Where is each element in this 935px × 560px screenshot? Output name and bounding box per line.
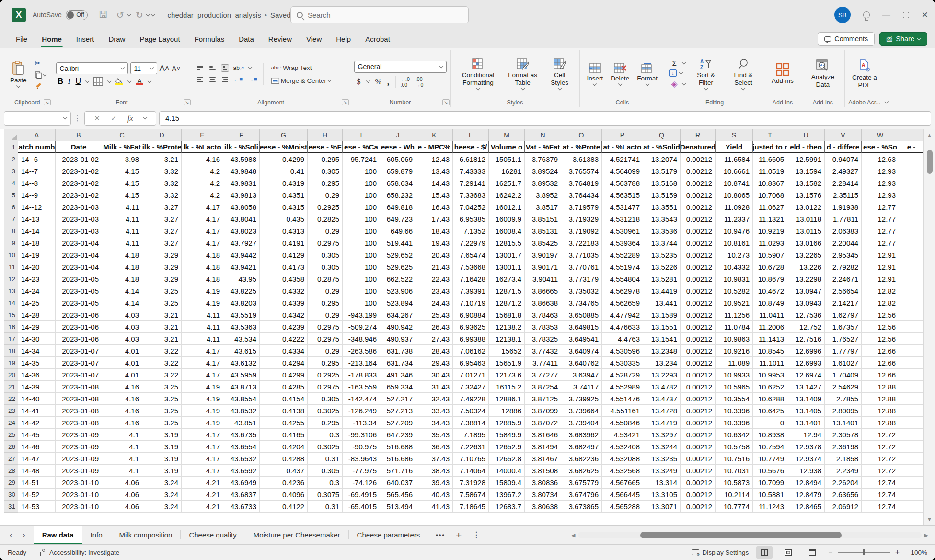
cell[interactable]: 527.217 <box>380 393 416 405</box>
cell[interactable]: 12138.2 <box>489 321 525 333</box>
cell[interactable]: 4.17 <box>182 441 223 453</box>
cell[interactable]: 3.27 <box>142 225 182 237</box>
cell[interactable]: 10.5758 <box>716 441 753 453</box>
cell[interactable]: 10.6728 <box>753 261 787 273</box>
cell[interactable]: 36.43 <box>416 441 453 453</box>
row-header[interactable]: 28 <box>4 465 18 477</box>
cell[interactable]: 14--8 <box>18 177 56 189</box>
cell[interactable]: 14-18 <box>18 237 56 249</box>
cell[interactable]: 2.14217 <box>825 297 862 309</box>
cell[interactable]: 0.305 <box>308 393 343 405</box>
cell[interactable]: 3.8952 <box>525 189 561 201</box>
decrease-font-icon[interactable]: A˅ <box>172 65 181 72</box>
cell[interactable]: 4.14 <box>102 297 142 309</box>
cell[interactable]: 3.80734 <box>525 489 561 501</box>
cell[interactable]: 0.4313 <box>260 225 308 237</box>
cell[interactable]: 0.437 <box>260 465 308 477</box>
font-dialog-launcher-icon[interactable]: ↘ <box>184 99 190 105</box>
cell[interactable]: 7.16428 <box>453 273 489 285</box>
cell[interactable]: 3.640762 <box>561 357 602 369</box>
cell[interactable]: 0.3025 <box>308 405 343 417</box>
cell[interactable]: 43.5988 <box>223 153 260 165</box>
cell[interactable]: 4.2 <box>182 189 223 201</box>
cell[interactable]: 0.4173 <box>260 261 308 273</box>
cell[interactable]: 13.0118 <box>787 213 825 225</box>
cell[interactable]: 0.4299 <box>260 369 308 381</box>
cell[interactable]: 7.38814 <box>453 417 489 429</box>
cell[interactable]: 0.4339 <box>260 297 308 309</box>
row-header[interactable]: 1 <box>4 141 18 153</box>
cell[interactable]: -90.975 <box>343 441 380 453</box>
cell[interactable]: 7.33683 <box>453 189 489 201</box>
cell[interactable]: 0.00212 <box>681 297 716 309</box>
cell[interactable]: 3.90197 <box>525 249 561 261</box>
cell[interactable]: 4.18 <box>182 261 223 273</box>
cell[interactable]: 12.88 <box>862 405 899 417</box>
cell[interactable]: 4.03 <box>102 321 142 333</box>
cell[interactable]: 13.0122 <box>787 201 825 213</box>
cell[interactable]: 4.530596 <box>602 345 643 357</box>
cell[interactable]: 13.234 <box>643 357 681 369</box>
column-header-G[interactable]: G <box>260 129 308 141</box>
cell[interactable]: 43.9442 <box>223 249 260 261</box>
cell[interactable]: Milk - %Fat <box>102 141 142 153</box>
cell[interactable]: 3.682236 <box>561 453 602 465</box>
delete-cells-button[interactable]: Delete <box>607 61 633 87</box>
cell[interactable]: 7.1895 <box>453 429 489 441</box>
cell[interactable]: 2023-01-08 <box>56 381 102 393</box>
cell[interactable]: 10.7516 <box>716 453 753 465</box>
cell[interactable]: 13.1594 <box>787 165 825 177</box>
cell[interactable]: 12.93 <box>862 177 899 189</box>
cell[interactable]: 16008.4 <box>489 225 525 237</box>
cell[interactable]: 12871.5 <box>489 285 525 297</box>
cell[interactable]: 24.43 <box>416 297 453 309</box>
cell[interactable]: 2.56654 <box>825 285 862 297</box>
column-header-A[interactable]: A <box>18 129 56 141</box>
row-header[interactable]: 12 <box>4 273 18 285</box>
cell[interactable] <box>899 225 923 237</box>
cell[interactable]: 12138.1 <box>489 333 525 345</box>
cell[interactable]: 4.566445 <box>602 489 643 501</box>
lightbulb-icon[interactable] <box>863 11 870 18</box>
cell[interactable]: 4.17 <box>182 357 223 369</box>
cell[interactable]: 12.6993 <box>787 357 825 369</box>
cell[interactable]: 12.91 <box>862 273 899 285</box>
close-button[interactable]: ✕ <box>922 10 928 20</box>
cell[interactable]: 14-51 <box>18 477 56 489</box>
row-header[interactable]: 20 <box>4 369 18 381</box>
cell[interactable]: 13.1427 <box>787 381 825 393</box>
cell[interactable]: 3.22 <box>142 357 182 369</box>
cell[interactable]: 43.8023 <box>223 225 260 237</box>
column-header-E[interactable]: E <box>182 129 223 141</box>
cell[interactable]: 12.77 <box>862 201 899 213</box>
cell[interactable]: 28.43 <box>416 345 453 357</box>
cell[interactable]: 14-25 <box>18 297 56 309</box>
cell[interactable]: 10.8741 <box>716 177 753 189</box>
cell[interactable]: 0.4255 <box>260 417 308 429</box>
cell[interactable]: 4.17 <box>182 453 223 465</box>
cell[interactable]: 2.63656 <box>825 489 862 501</box>
cell[interactable]: 7.22979 <box>453 237 489 249</box>
ribbon-tab-data[interactable]: Data <box>231 31 261 48</box>
cell[interactable]: -74.126 <box>343 477 380 489</box>
cell[interactable]: 0.29 <box>308 285 343 297</box>
cell[interactable]: 7.49228 <box>453 393 489 405</box>
format-painter-button[interactable] <box>33 81 48 91</box>
cell[interactable]: 100 <box>343 189 380 201</box>
cell[interactable]: 4.11 <box>102 201 142 213</box>
underline-button[interactable]: U <box>75 77 81 86</box>
cell[interactable]: 4.19 <box>182 297 223 309</box>
cell[interactable]: 41.43 <box>416 501 453 513</box>
cell[interactable]: 649.723 <box>380 213 416 225</box>
cell[interactable]: -69.4915 <box>343 489 380 501</box>
cell[interactable]: 3.649815 <box>561 321 602 333</box>
cell[interactable]: 0.94074 <box>825 153 862 165</box>
cell[interactable]: 2.80095 <box>825 405 862 417</box>
cell[interactable]: 14-52 <box>18 489 56 501</box>
cell[interactable]: 14-34 <box>18 345 56 357</box>
cell[interactable]: 4.21 <box>182 489 223 501</box>
cell[interactable]: 16273.4 <box>489 273 525 285</box>
cell[interactable]: 0.2975 <box>308 333 343 345</box>
cell[interactable]: Vat - %Fat <box>525 141 561 153</box>
cell[interactable]: 16251.7 <box>489 177 525 189</box>
